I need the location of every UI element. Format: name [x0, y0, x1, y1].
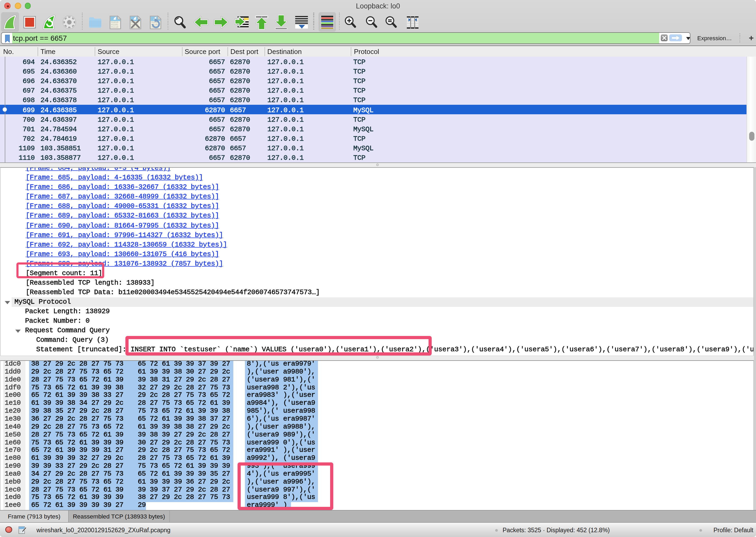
- svg-text:01110: 01110: [111, 25, 118, 28]
